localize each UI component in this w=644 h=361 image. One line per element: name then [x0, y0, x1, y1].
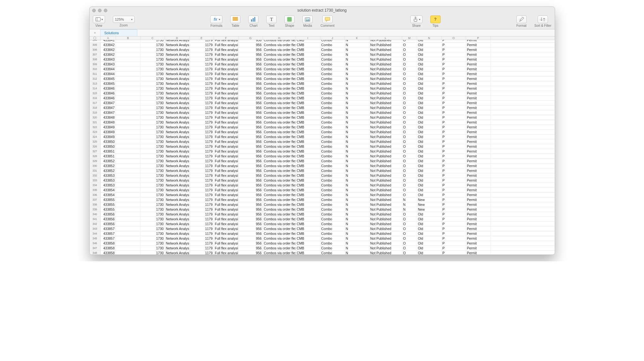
cell[interactable]: Old [417, 222, 442, 226]
cell[interactable] [116, 72, 141, 76]
cell[interactable]: 1179 [190, 43, 214, 47]
cell[interactable]: 1179 [190, 76, 214, 81]
cell[interactable] [116, 178, 141, 183]
cell[interactable]: Network Analysis [165, 183, 190, 187]
cell[interactable]: 433846 [101, 91, 116, 95]
row-header[interactable]: 346 [90, 241, 101, 246]
cell[interactable]: Network Analysis [165, 86, 190, 91]
cell[interactable]: P [442, 91, 466, 95]
cell[interactable]: 1179 [190, 135, 214, 139]
cell[interactable]: N [345, 72, 369, 76]
cell[interactable] [116, 217, 141, 221]
cell[interactable]: Combo [320, 86, 345, 91]
cell[interactable]: Old [417, 164, 442, 168]
cell[interactable]: 956 [239, 188, 263, 192]
cell[interactable]: CMB [296, 125, 320, 129]
cell[interactable]: Old [417, 241, 442, 246]
cell[interactable]: 956 [239, 81, 263, 86]
cell[interactable]: 1730 [141, 251, 165, 255]
column-header-J[interactable]: J [320, 36, 345, 40]
cell[interactable] [116, 67, 141, 71]
table-button[interactable] [230, 15, 240, 23]
cell[interactable]: P [442, 105, 466, 110]
cell[interactable]: Combo [320, 81, 345, 86]
spreadsheet-grid[interactable]: ABCDEFGHIJKLMNOP 3044338411730Network An… [90, 36, 555, 255]
cell[interactable]: Combos via order flex [263, 178, 296, 183]
cell[interactable]: Network Analysis [165, 197, 190, 202]
share-button[interactable]: ▾ [410, 15, 423, 23]
cell[interactable]: 1730 [141, 47, 165, 52]
cell[interactable]: Old [417, 47, 442, 52]
cell[interactable]: O [402, 130, 417, 134]
cell[interactable]: CMB [296, 236, 320, 241]
cell[interactable]: 433855 [101, 207, 116, 212]
cell[interactable]: N [345, 144, 369, 149]
cell[interactable]: Full flex analysis [214, 101, 239, 105]
cell[interactable]: 1179 [190, 110, 214, 115]
shape-button[interactable] [284, 15, 295, 23]
cell[interactable]: Not Published [369, 168, 402, 173]
cell[interactable]: 433849 [101, 135, 116, 139]
cell[interactable]: Network Analysis [165, 57, 190, 62]
cell[interactable]: 956 [239, 125, 263, 129]
row-header[interactable]: 335 [90, 188, 101, 192]
cell[interactable]: Network Analysis [165, 110, 190, 115]
row-header[interactable]: 343 [90, 226, 101, 231]
cell[interactable] [116, 40, 141, 43]
cell[interactable]: Network Analysis [165, 43, 190, 47]
cell[interactable]: Not Published [369, 207, 402, 212]
cell[interactable] [116, 193, 141, 197]
cell[interactable]: N [345, 197, 369, 202]
row-header[interactable]: 334 [90, 183, 101, 187]
cell[interactable]: Not Published [369, 149, 402, 154]
cell[interactable]: Old [417, 231, 442, 236]
cell[interactable]: 956 [239, 149, 263, 154]
cell[interactable]: 1179 [190, 183, 214, 187]
cell[interactable]: O [402, 217, 417, 221]
cell[interactable]: P [442, 251, 466, 255]
cell[interactable]: 956 [239, 222, 263, 226]
cell[interactable]: Permit [466, 154, 491, 158]
cell[interactable]: Full flex analysis [214, 130, 239, 134]
cell[interactable]: P [442, 178, 466, 183]
cell[interactable]: Old [417, 212, 442, 216]
cell[interactable]: 956 [239, 168, 263, 173]
cell[interactable]: 1730 [141, 105, 165, 110]
cell[interactable]: P [442, 188, 466, 192]
cell[interactable] [116, 197, 141, 202]
cell[interactable]: Full flex analysis [214, 139, 239, 144]
cell[interactable]: Not Published [369, 52, 402, 57]
cell[interactable]: 1179 [190, 164, 214, 168]
column-header-M[interactable]: M [402, 36, 417, 40]
cell[interactable]: 433849 [101, 125, 116, 129]
cell[interactable]: O [402, 173, 417, 178]
cell[interactable]: Network Analysis [165, 62, 190, 66]
cell[interactable]: 1179 [190, 101, 214, 105]
cell[interactable]: Combos via order flex [263, 43, 296, 47]
cell[interactable]: 433849 [101, 130, 116, 134]
cell[interactable]: Combos via order flex [263, 86, 296, 91]
cell[interactable]: CMB [296, 246, 320, 250]
cell[interactable]: N [345, 67, 369, 71]
cell[interactable]: Network Analysis [165, 40, 190, 43]
cell[interactable]: 956 [239, 96, 263, 100]
cell[interactable]: Full flex analysis [214, 154, 239, 158]
cell[interactable]: Permit [466, 125, 491, 129]
cell[interactable]: N [345, 188, 369, 192]
cell[interactable]: P [442, 40, 466, 43]
cell[interactable]: P [442, 164, 466, 168]
cell[interactable]: P [442, 110, 466, 115]
cell[interactable]: O [402, 183, 417, 187]
cell[interactable] [116, 144, 141, 149]
cell[interactable]: Network Analysis [165, 173, 190, 178]
cell[interactable]: CMB [296, 207, 320, 212]
cell[interactable]: Network Analysis [165, 125, 190, 129]
cell[interactable]: 1730 [141, 52, 165, 57]
cell[interactable]: 956 [239, 154, 263, 158]
cell[interactable]: 433852 [101, 159, 116, 163]
cell[interactable]: Combo [320, 149, 345, 154]
cell[interactable]: Network Analysis [165, 202, 190, 207]
cell[interactable]: Not Published [369, 226, 402, 231]
cell[interactable] [116, 149, 141, 154]
cell[interactable]: 1179 [190, 231, 214, 236]
